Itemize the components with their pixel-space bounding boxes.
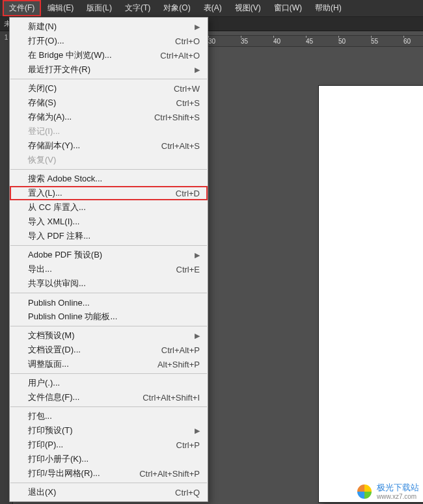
menu-label: 退出(X)	[28, 486, 162, 498]
menu-label: 关闭(C)	[28, 83, 161, 94]
submenu-arrow-icon: ▶	[195, 23, 200, 31]
watermark-url: www.xz7.com	[377, 493, 419, 500]
menu-item-close[interactable]: 关闭(C) Ctrl+W	[10, 81, 208, 96]
menu-label: 登记(I)...	[28, 126, 200, 137]
menu-shortcut: Alt+Shift+P	[157, 360, 200, 369]
menu-label: 恢复(V)	[28, 154, 200, 166]
menu-label: 新建(N)	[28, 21, 182, 33]
menu-label: 搜索 Adobe Stock...	[28, 173, 200, 185]
menu-label: 打印小册子(K)...	[28, 453, 200, 465]
canvas[interactable]	[208, 47, 423, 504]
menu-item-browse-bridge[interactable]: 在 Bridge 中浏览(W)... Ctrl+Alt+O	[10, 48, 208, 62]
menu-label: 置入(L)...	[28, 187, 163, 199]
menu-item-save[interactable]: 存储(S) Ctrl+S	[10, 96, 208, 110]
menu-item-publish-dashboard[interactable]: Publish Online 功能板...	[10, 310, 208, 324]
menu-item-doc-setup[interactable]: 文档设置(D)... Ctrl+Alt+P	[10, 343, 208, 357]
menu-item-file-info[interactable]: 文件信息(F)... Ctrl+Alt+Shift+I	[10, 390, 208, 405]
menubar-item-type[interactable]: 文字(T)	[118, 0, 157, 16]
menubar-item-table[interactable]: 表(A)	[197, 0, 228, 16]
menu-label: 导入 XML(I)...	[28, 216, 200, 228]
menu-item-user[interactable]: 用户(.)...	[10, 376, 208, 390]
submenu-arrow-icon: ▶	[195, 427, 200, 435]
menu-shortcut: Ctrl+P	[176, 440, 200, 450]
menu-item-revert: 恢复(V)	[10, 153, 208, 167]
menu-shortcut: Ctrl+Alt+O	[160, 51, 200, 60]
menu-shortcut: Ctrl+Alt+S	[161, 141, 200, 151]
menu-shortcut: Ctrl+O	[175, 36, 200, 46]
menu-item-open[interactable]: 打开(O)... Ctrl+O	[10, 34, 208, 48]
menu-item-exit[interactable]: 退出(X) Ctrl+Q	[10, 485, 208, 499]
menu-item-save-as[interactable]: 存储为(A)... Ctrl+Shift+S	[10, 110, 208, 124]
menu-item-save-copy[interactable]: 存储副本(Y)... Ctrl+Alt+S	[10, 139, 208, 153]
menu-separator	[10, 79, 207, 79]
ruler-tick: 55	[371, 38, 403, 45]
menu-label: 打包...	[28, 410, 200, 422]
menu-item-recent[interactable]: 最近打开文件(R) ▶	[10, 62, 208, 77]
menu-separator	[10, 245, 207, 246]
menu-shortcut: Ctrl+Shift+S	[154, 113, 200, 122]
menu-item-search-stock[interactable]: 搜索 Adobe Stock...	[10, 172, 208, 186]
ruler-tick: 40	[273, 38, 306, 45]
menu-label: 共享以供审阅...	[28, 278, 200, 289]
menubar-item-window[interactable]: 窗口(W)	[267, 0, 308, 16]
menubar-item-file[interactable]: 文件(F)	[3, 0, 41, 16]
menu-label: 在 Bridge 中浏览(W)...	[28, 49, 147, 61]
ruler-tick: 50	[338, 38, 371, 45]
menu-item-adjust-layout[interactable]: 调整版面... Alt+Shift+P	[10, 357, 208, 371]
menu-item-print[interactable]: 打印(P)... Ctrl+P	[10, 438, 208, 452]
menu-item-package[interactable]: 打包...	[10, 409, 208, 423]
menu-item-print-grid[interactable]: 打印/导出网格(R)... Ctrl+Alt+Shift+P	[10, 466, 208, 481]
menu-item-print-presets[interactable]: 打印预设(T) ▶	[10, 423, 208, 438]
menu-item-export[interactable]: 导出... Ctrl+E	[10, 262, 208, 276]
menu-label: 打印预设(T)	[28, 425, 182, 436]
menu-label: Adobe PDF 预设(B)	[28, 249, 182, 261]
menu-label: 打开(O)...	[28, 35, 162, 47]
menubar-item-view[interactable]: 视图(V)	[228, 0, 267, 16]
menu-shortcut: Ctrl+Q	[175, 488, 200, 497]
menubar-item-object[interactable]: 对象(O)	[157, 0, 197, 16]
menu-separator	[10, 169, 207, 170]
menu-shortcut: Ctrl+Alt+P	[161, 345, 200, 355]
menu-shortcut: Ctrl+Alt+Shift+P	[139, 469, 200, 479]
menu-shortcut: Ctrl+E	[176, 265, 200, 274]
menu-item-publish-online[interactable]: Publish Online...	[10, 295, 208, 310]
menubar-item-edit[interactable]: 编辑(E)	[41, 0, 80, 16]
menu-separator	[10, 483, 207, 483]
watermark-logo-icon	[356, 483, 373, 500]
menu-shortcut: Ctrl+D	[176, 189, 200, 198]
menu-label: 文档设置(D)...	[28, 344, 148, 356]
menu-item-new[interactable]: 新建(N) ▶	[10, 20, 208, 34]
menu-shortcut: Ctrl+Alt+Shift+I	[143, 393, 200, 403]
menu-item-pdf-presets[interactable]: Adobe PDF 预设(B) ▶	[10, 248, 208, 262]
ruler-origin: 1	[5, 34, 8, 41]
menu-item-doc-presets[interactable]: 文档预设(M) ▶	[10, 328, 208, 343]
menu-shortcut: Ctrl+S	[176, 98, 200, 108]
menu-item-share-review[interactable]: 共享以供审阅...	[10, 276, 208, 291]
menu-item-place[interactable]: 置入(L)... Ctrl+D	[10, 186, 208, 200]
menu-item-print-booklet[interactable]: 打印小册子(K)...	[10, 452, 208, 466]
menubar: 文件(F) 编辑(E) 版面(L) 文字(T) 对象(O) 表(A) 视图(V)…	[0, 0, 423, 17]
watermark-name: 极光下载站	[377, 483, 419, 492]
ruler-horizontal: 30 35 40 45 50 55 60	[208, 35, 423, 47]
menubar-item-layout[interactable]: 版面(L)	[80, 0, 118, 16]
menu-item-checkin: 登记(I)...	[10, 124, 208, 139]
menu-separator	[10, 373, 207, 374]
menu-label: 调整版面...	[28, 358, 144, 370]
menu-label: 文档预设(M)	[28, 330, 182, 341]
menu-separator	[10, 293, 207, 293]
ruler-tick: 35	[241, 38, 273, 45]
menu-item-import-pdf-comments[interactable]: 导入 PDF 注释...	[10, 229, 208, 243]
menu-label: 从 CC 库置入...	[28, 202, 200, 213]
menubar-item-help[interactable]: 帮助(H)	[308, 0, 348, 16]
menu-label: Publish Online...	[28, 298, 200, 308]
watermark: 极光下载站 www.xz7.com	[356, 483, 419, 500]
menu-label: 导入 PDF 注释...	[28, 230, 200, 242]
menu-item-import-xml[interactable]: 导入 XML(I)...	[10, 215, 208, 229]
menu-label: 存储(S)	[28, 97, 163, 109]
page[interactable]	[319, 86, 423, 502]
menu-label: 用户(.)...	[28, 377, 200, 389]
submenu-arrow-icon: ▶	[195, 251, 200, 259]
menu-label: 打印(P)...	[28, 439, 163, 451]
menu-label: 打印/导出网格(R)...	[28, 468, 126, 479]
menu-item-place-cc[interactable]: 从 CC 库置入...	[10, 200, 208, 215]
